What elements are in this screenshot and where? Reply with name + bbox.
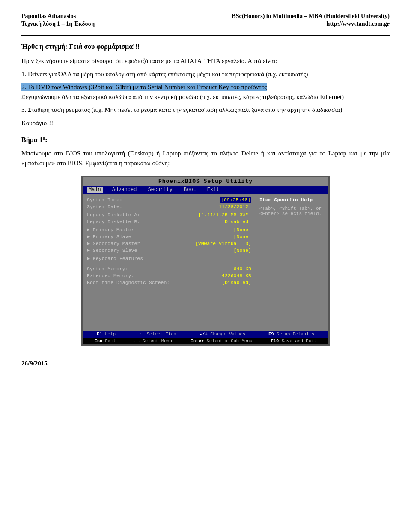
bios-primary-master-value: [None] xyxy=(234,227,251,233)
courage-text: Κουράγιο!!! xyxy=(21,118,390,128)
bios-menu-advanced[interactable]: Advanced xyxy=(110,187,139,193)
bios-body: System Time: [09:35:46] System Date: [11… xyxy=(83,194,328,331)
header: Papoulias Athanasios BSc(Honors) in Mult… xyxy=(21,13,390,20)
item3-label: 3. xyxy=(21,106,26,113)
bios-enter-sub: Enter Select ► Sub-Menu xyxy=(191,338,253,344)
bios-footer-row2: Esc Exit ←→ Select Menu Enter Select ► S… xyxy=(83,338,328,344)
bios-title: PhoenixBIOS Setup Utility xyxy=(83,177,328,186)
bios-menu-bar: Main Advanced Security Boot Exit xyxy=(83,186,328,194)
item1-label: 1. xyxy=(21,71,26,78)
bios-keyboard-row: ► Keyboard Features xyxy=(87,256,251,261)
bios-legacy-a-value: [1.44/1.25 MB 3½"] xyxy=(198,212,251,218)
step1-label: Βήμα 1ο: xyxy=(21,134,390,145)
bios-container: PhoenixBIOS Setup Utility Main Advanced … xyxy=(21,176,390,346)
author-name: Papoulias Athanasios xyxy=(21,13,76,20)
bios-esc-exit: Esc Exit xyxy=(94,338,116,344)
bios-legacy-b-row: Legacy Diskette B: [Disabled] xyxy=(87,219,251,224)
header-divider xyxy=(21,35,390,36)
bios-legacy-b-value: [Disabled] xyxy=(222,219,251,224)
item2-label: 2. xyxy=(21,84,26,90)
item2-content-part2: Ξεγυμνώνουμε όλα τα εξωτερικά καλώδια απ… xyxy=(21,93,344,100)
bios-system-date-row: System Date: [11/28/2012] xyxy=(87,204,251,209)
bios-extended-memory-value: 4226048 KB xyxy=(222,273,251,278)
bios-secondary-master-row: ► Secondary Master [VMware Virtual ID] xyxy=(87,241,251,246)
bios-secondary-slave-label: ► Secondary Slave xyxy=(87,248,137,253)
bios-menu-boot[interactable]: Boot xyxy=(182,187,198,193)
bios-f1-select: ↑↓ Select Item xyxy=(139,332,176,337)
bios-system-memory-row: System Memory: 640 KB xyxy=(87,266,251,272)
bios-primary-slave-value: [None] xyxy=(234,234,251,239)
bios-screen: PhoenixBIOS Setup Utility Main Advanced … xyxy=(81,176,330,346)
bios-system-memory-value: 640 KB xyxy=(234,266,251,272)
bios-legacy-a-label: Legacy Diskette A: xyxy=(87,212,140,218)
bios-boot-diag-label: Boot-time Diagnostic Screen: xyxy=(87,280,170,285)
bios-keyboard-label: ► Keyboard Features xyxy=(87,256,143,261)
bios-primary-slave-label: ► Primary Slave xyxy=(87,234,131,239)
intro-paragraph: Πρίν ξεκινήσουμε είμαστε σίγουροι ότι εφ… xyxy=(21,56,390,66)
bios-help-text: <Tab>, <Shift-Tab>, or <Enter> selects f… xyxy=(259,206,324,216)
subtitle-left: Τεχνική λύση 1 – 1η Έκδοση xyxy=(21,21,95,27)
bios-primary-slave-row: ► Primary Slave [None] xyxy=(87,234,251,239)
date-footer: 26/9/2015 xyxy=(21,359,390,368)
degree-title: BSc(Honors) in Multimedia – MBA (Hudders… xyxy=(232,13,390,20)
bios-menu-exit[interactable]: Exit xyxy=(206,187,221,193)
bios-secondary-master-label: ► Secondary Master xyxy=(87,241,140,246)
subtitle-row: Τεχνική λύση 1 – 1η Έκδοση http://www.ta… xyxy=(21,21,390,27)
bios-right-panel: Item Specific Help <Tab>, <Shift-Tab>, o… xyxy=(256,197,324,327)
bios-boot-diag-row: Boot-time Diagnostic Screen: [Disabled] xyxy=(87,280,251,285)
bios-primary-master-label: ► Primary Master xyxy=(87,227,134,233)
bios-system-time-row: System Time: [09:35:46] xyxy=(87,197,251,203)
item3-content: Σταθερή τάση ρεύματος (π.χ. Μην πέσει το… xyxy=(28,106,342,113)
item2-text: 2. Το DVD των Windows (32bit και 64bit) … xyxy=(21,82,390,102)
bios-arrows-menu: ←→ Select Menu xyxy=(134,338,172,344)
bios-system-time-value: [09:35:46] xyxy=(220,197,251,203)
item2-highlight: 2. Το DVD των Windows (32bit και 64bit) … xyxy=(21,83,267,91)
bios-system-time-label: System Time: xyxy=(87,197,122,203)
bios-f9-setup: F9 Setup Defaults xyxy=(268,332,314,337)
bios-boot-diag-value: [Disabled] xyxy=(222,280,251,285)
subtitle-right: http://www.tandt.com.gr xyxy=(327,21,390,27)
bios-menu-main[interactable]: Main xyxy=(87,187,103,193)
bios-legacy-b-label: Legacy Diskette B: xyxy=(87,219,140,224)
item3-text: 3. Σταθερή τάση ρεύματος (π.χ. Μην πέσει… xyxy=(21,105,390,115)
bios-extended-memory-label: Extended Memory: xyxy=(87,273,134,278)
bios-f1-change: -/+ Change Values xyxy=(200,332,245,337)
item1-text: 1. Drivers για ΌΛΑ τα μέρη του υπολογιστ… xyxy=(21,69,390,79)
item1-content: Drivers για ΌΛΑ τα μέρη του υπολογιστή α… xyxy=(28,71,308,78)
bios-system-memory-label: System Memory: xyxy=(87,266,128,272)
bios-footer-row1: F1 Help ↑↓ Select Item -/+ Change Values… xyxy=(83,331,328,338)
bios-secondary-slave-row: ► Secondary Slave [None] xyxy=(87,248,251,253)
greeting-title: Ήρθε η στιγμή: Γειά σου φορμάρισμα!!! xyxy=(21,42,390,52)
bios-left-panel: System Time: [09:35:46] System Date: [11… xyxy=(87,197,251,327)
bios-secondary-master-value: [VMware Virtual ID] xyxy=(195,241,251,246)
bios-system-date-value: [11/28/2012] xyxy=(216,204,251,209)
bios-help-title: Item Specific Help xyxy=(259,197,324,203)
bios-secondary-slave-value: [None] xyxy=(234,248,251,253)
bios-extended-memory-row: Extended Memory: 4226048 KB xyxy=(87,273,251,278)
step1-description: Μπαίνουμε στο BIOS του υπολογιστή (Deskt… xyxy=(21,149,390,168)
bios-memory-section: System Memory: 640 KB Extended Memory: 4… xyxy=(87,264,251,285)
bios-f10-save: F10 Save and Exit xyxy=(271,338,316,344)
bios-menu-security[interactable]: Security xyxy=(146,187,174,193)
bios-system-date-label: System Date: xyxy=(87,204,122,209)
bios-primary-master-row: ► Primary Master [None] xyxy=(87,227,251,233)
bios-legacy-a-row: Legacy Diskette A: [1.44/1.25 MB 3½"] xyxy=(87,212,251,218)
item2-content-part1: Το DVD των Windows (32bit και 64bit) με … xyxy=(28,84,267,90)
bios-f1-help: F1 Help xyxy=(97,332,116,337)
